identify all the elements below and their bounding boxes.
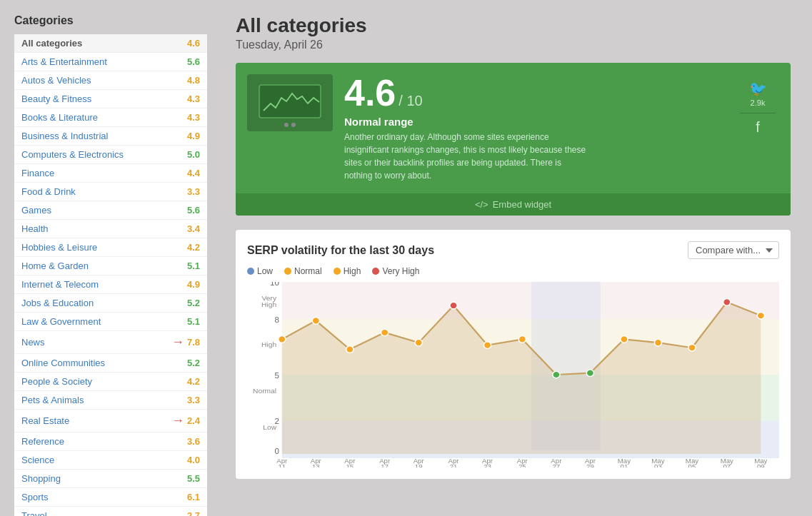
svg-point-24	[518, 336, 526, 343]
svg-point-30	[723, 299, 731, 305]
category-name: Jobs & Education	[21, 298, 94, 308]
category-item[interactable]: Online Communities5.2	[14, 354, 207, 373]
category-item[interactable]: News→7.8	[14, 331, 207, 354]
category-item[interactable]: Travel2.7	[14, 507, 207, 516]
category-item[interactable]: People & Society4.2	[14, 373, 207, 391]
category-item[interactable]: Law & Government5.1	[14, 313, 207, 331]
score-social: 🐦 2.9k f	[736, 74, 779, 143]
category-item[interactable]: Beauty & Fitness4.3	[14, 90, 207, 108]
category-item[interactable]: Jobs & Education5.2	[14, 294, 207, 313]
category-name: Business & Industrial	[21, 131, 108, 141]
category-item[interactable]: Health3.4	[14, 220, 207, 238]
svg-point-26	[586, 370, 593, 376]
category-name: Beauty & Fitness	[21, 93, 91, 104]
category-name: Pets & Animals	[21, 395, 84, 405]
category-score: 5.2	[187, 298, 200, 308]
chart-container: Very High High Normal Low 10 8 5 2 0	[247, 282, 779, 467]
category-item[interactable]: Science4.0	[14, 451, 207, 470]
category-name: Sports	[21, 492, 49, 502]
category-name: News	[21, 337, 45, 348]
category-score-area: 4.3	[187, 93, 200, 104]
legend-very-high: Very High	[372, 266, 419, 276]
svg-text:09: 09	[757, 464, 765, 467]
svg-point-21	[415, 339, 422, 345]
chart-section: SERP volatility for the last 30 days Com…	[236, 230, 791, 479]
svg-text:Normal: Normal	[253, 387, 276, 395]
category-score: 5.6	[187, 205, 200, 216]
svg-point-18	[312, 318, 319, 324]
category-name: All categories	[21, 38, 82, 49]
compare-select[interactable]: Compare with...	[688, 241, 779, 259]
category-item[interactable]: Computers & Electronics5.0	[14, 146, 207, 164]
category-name: Science	[21, 455, 54, 465]
category-name: Online Communities	[21, 358, 105, 368]
category-score-area: 4.2	[187, 376, 200, 387]
category-item[interactable]: Real Estate→2.4	[14, 410, 207, 432]
legend-low: Low	[247, 266, 273, 276]
svg-text:0: 0	[275, 447, 279, 455]
svg-text:01: 01	[621, 464, 628, 467]
legend-normal-dot	[284, 268, 291, 275]
main-content: All categories Tuesday, April 26	[214, 0, 812, 516]
category-name: Law & Government	[21, 316, 101, 327]
category-item[interactable]: Reference3.6	[14, 432, 207, 451]
facebook-button[interactable]: f	[740, 113, 776, 143]
svg-text:5: 5	[275, 371, 279, 379]
svg-text:21: 21	[450, 464, 458, 467]
category-name: Autos & Vehicles	[21, 75, 91, 86]
category-score-area: 4.6	[187, 38, 200, 49]
category-item[interactable]: Internet & Telecom4.9	[14, 275, 207, 294]
category-item[interactable]: Autos & Vehicles4.8	[14, 71, 207, 90]
category-score-area: 5.2	[187, 298, 200, 308]
svg-text:15: 15	[346, 464, 354, 467]
category-score-area: 5.1	[187, 260, 200, 271]
category-item[interactable]: Hobbies & Leisure4.2	[14, 238, 207, 257]
category-score-area: 5.6	[187, 205, 200, 216]
category-name: Books & Literature	[21, 112, 98, 123]
score-description: Another ordinary day. Although some site…	[344, 131, 587, 182]
category-item[interactable]: Games5.6	[14, 201, 207, 220]
category-score-area: 5.2	[187, 358, 200, 368]
score-icon-dots	[284, 123, 296, 127]
category-item[interactable]: Pets & Animals3.3	[14, 391, 207, 410]
category-name: Games	[21, 205, 51, 216]
category-name: Travel	[21, 510, 47, 516]
chart-title: SERP volatility for the last 30 days	[247, 244, 434, 257]
category-score-area: 4.4	[187, 168, 200, 178]
svg-text:2: 2	[275, 417, 279, 425]
twitter-button[interactable]: 🐦 2.9k	[740, 74, 776, 113]
score-denom: / 10	[399, 93, 422, 108]
category-item[interactable]: Business & Industrial4.9	[14, 127, 207, 146]
category-score-area: 5.1	[187, 316, 200, 327]
category-name: Health	[21, 223, 49, 234]
category-score: 5.6	[187, 56, 200, 67]
category-score-area: 4.8	[187, 75, 200, 86]
embed-widget-button[interactable]: </> Embed widget	[236, 193, 791, 216]
category-name: Internet & Telecom	[21, 279, 99, 290]
category-item[interactable]: Food & Drink3.3	[14, 183, 207, 201]
category-score: 6.1	[187, 492, 200, 502]
category-name: Shopping	[21, 473, 61, 484]
category-score-area: →2.4	[171, 413, 200, 428]
category-item[interactable]: Sports6.1	[14, 488, 207, 507]
category-score-area: 3.3	[187, 186, 200, 197]
svg-text:High: High	[261, 301, 276, 309]
category-item[interactable]: Books & Literature4.3	[14, 108, 207, 127]
legend-very-high-dot	[372, 268, 379, 275]
category-item[interactable]: Arts & Entertainment5.6	[14, 53, 207, 71]
facebook-icon: f	[756, 119, 760, 136]
svg-text:27: 27	[553, 464, 561, 467]
svg-text:03: 03	[654, 464, 662, 467]
category-item[interactable]: Finance4.4	[14, 164, 207, 183]
category-item[interactable]: Home & Garden5.1	[14, 257, 207, 275]
chart-legend: Low Normal High Very High	[247, 266, 779, 276]
category-item[interactable]: Shopping5.5	[14, 470, 207, 488]
page-subtitle: Tuesday, April 26	[236, 39, 791, 51]
category-score: 4.9	[187, 131, 200, 141]
svg-point-23	[483, 342, 491, 348]
category-score: 5.2	[187, 358, 200, 368]
score-card: 4.6/ 10 Normal range Another ordinary da…	[236, 63, 791, 216]
category-score-area: 6.1	[187, 492, 200, 502]
category-item[interactable]: All categories4.6	[14, 34, 207, 53]
category-score: 4.6	[187, 38, 200, 49]
